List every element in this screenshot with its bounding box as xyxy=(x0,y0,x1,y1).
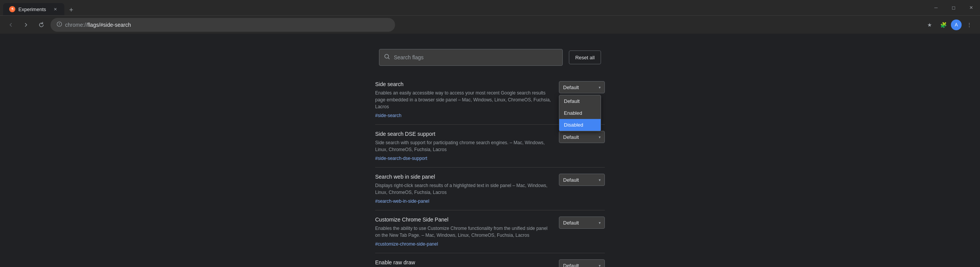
active-tab[interactable]: ⚗ Experiments ✕ xyxy=(3,3,64,15)
flag-info: Search web in side panelDisplays right-c… xyxy=(375,174,553,204)
flag-link[interactable]: #side-search-dse-support xyxy=(375,156,427,161)
flag-description: Side search with support for participati… xyxy=(375,139,553,153)
flag-dropdown-button[interactable]: Default▾ xyxy=(559,131,605,143)
flag-dropdown-container: Default▾ xyxy=(559,217,605,229)
flag-dropdown-button[interactable]: Default▾ xyxy=(559,259,605,267)
flag-description: Enables the ability to use Customize Chr… xyxy=(375,225,553,239)
flag-dropdown-button[interactable]: Default▾ xyxy=(559,81,605,93)
dropdown-selected-label: Default xyxy=(563,85,579,90)
flag-link[interactable]: #search-web-in-side-panel xyxy=(375,199,429,204)
address-bar[interactable]: chrome://flags/#side-search xyxy=(51,18,395,32)
flags-list: Side searchEnables an easily accessible … xyxy=(375,75,605,267)
flag-dropdown-container: Default▾ xyxy=(559,259,605,267)
dropdown-option[interactable]: Default xyxy=(559,95,601,107)
flag-name: Side search xyxy=(375,81,553,87)
forward-button[interactable] xyxy=(20,19,32,31)
dropdown-menu: DefaultEnabledDisabled xyxy=(559,95,601,131)
tab-close-button[interactable]: ✕ xyxy=(52,6,58,12)
reload-button[interactable] xyxy=(35,19,47,31)
dropdown-selected-label: Default xyxy=(563,263,579,267)
toolbar: chrome://flags/#side-search ★ 🧩 A ⋮ xyxy=(0,15,980,34)
flag-description: Displays right-click search results of a… xyxy=(375,182,553,196)
flag-name: Side search DSE support xyxy=(375,131,553,137)
flag-name: Customize Chrome Side Panel xyxy=(375,217,553,223)
search-container: Reset all xyxy=(375,49,605,66)
dropdown-selected-label: Default xyxy=(563,177,579,183)
tab-bar: ⚗ Experiments ✕ + xyxy=(3,0,77,15)
reset-all-button[interactable]: Reset all xyxy=(569,50,601,64)
flag-dropdown-container: Default▾ xyxy=(559,174,605,186)
dropdown-arrow-icon: ▾ xyxy=(599,264,601,267)
address-text: chrome://flags/#side-search xyxy=(65,22,131,28)
flag-info: Customize Chrome Side PanelEnables the a… xyxy=(375,217,553,247)
flag-info: Side search DSE supportSide search with … xyxy=(375,131,553,161)
flag-info: Side searchEnables an easily accessible … xyxy=(375,81,553,118)
flag-name: Enable raw draw xyxy=(375,259,553,265)
flag-dropdown-container: Default▾ xyxy=(559,131,605,143)
new-tab-button[interactable]: + xyxy=(66,5,77,15)
flag-item: Search web in side panelDisplays right-c… xyxy=(375,168,605,210)
secure-icon xyxy=(57,21,62,28)
minimize-button[interactable]: ─ xyxy=(927,0,945,15)
search-icon xyxy=(384,54,390,61)
bookmark-button[interactable]: ★ xyxy=(923,19,936,31)
tab-title: Experiments xyxy=(18,7,49,12)
dropdown-option[interactable]: Enabled xyxy=(559,107,601,119)
address-path: flags/#side-search xyxy=(87,22,131,28)
flag-item: Enable raw drawWhen enabled, web content… xyxy=(375,253,605,267)
flag-info: Enable raw drawWhen enabled, web content… xyxy=(375,259,553,267)
dropdown-selected-label: Default xyxy=(563,134,579,140)
dropdown-option[interactable]: Disabled xyxy=(559,119,601,131)
search-input[interactable] xyxy=(394,54,558,60)
flag-item: Side searchEnables an easily accessible … xyxy=(375,75,605,125)
main-content: Reset all Side searchEnables an easily a… xyxy=(0,34,980,267)
flag-name-highlighted: Side search xyxy=(375,81,403,87)
profile-button[interactable]: A xyxy=(951,20,962,30)
svg-point-1 xyxy=(59,25,59,25)
search-box[interactable] xyxy=(379,49,563,66)
close-button[interactable]: ✕ xyxy=(962,0,980,15)
extensions-button[interactable]: 🧩 xyxy=(937,19,949,31)
menu-button[interactable]: ⋮ xyxy=(963,19,975,31)
dropdown-arrow-icon: ▾ xyxy=(599,135,601,139)
flag-link[interactable]: #customize-chrome-side-panel xyxy=(375,241,438,247)
window-controls: ─ ◻ ✕ xyxy=(927,0,980,15)
dropdown-arrow-icon: ▾ xyxy=(599,178,601,182)
dropdown-arrow-icon: ▾ xyxy=(599,85,601,90)
tab-favicon: ⚗ xyxy=(9,6,15,12)
titlebar: ⚗ Experiments ✕ + ─ ◻ ✕ xyxy=(0,0,980,15)
restore-button[interactable]: ◻ xyxy=(945,0,962,15)
dropdown-arrow-icon: ▾ xyxy=(599,221,601,225)
flag-dropdown-button[interactable]: Default▾ xyxy=(559,217,605,229)
flag-dropdown-button[interactable]: Default▾ xyxy=(559,174,605,186)
dropdown-selected-label: Default xyxy=(563,220,579,226)
flag-description: Enables an easily accessible way to acce… xyxy=(375,90,553,110)
flag-dropdown-container: Default▾DefaultEnabledDisabled xyxy=(559,81,605,93)
flag-link[interactable]: #side-search xyxy=(375,113,402,118)
address-prefix: chrome:// xyxy=(65,22,87,28)
back-button[interactable] xyxy=(5,19,17,31)
flag-item: Customize Chrome Side PanelEnables the a… xyxy=(375,210,605,253)
toolbar-actions: ★ 🧩 A ⋮ xyxy=(923,19,975,31)
flag-name: Search web in side panel xyxy=(375,174,553,180)
